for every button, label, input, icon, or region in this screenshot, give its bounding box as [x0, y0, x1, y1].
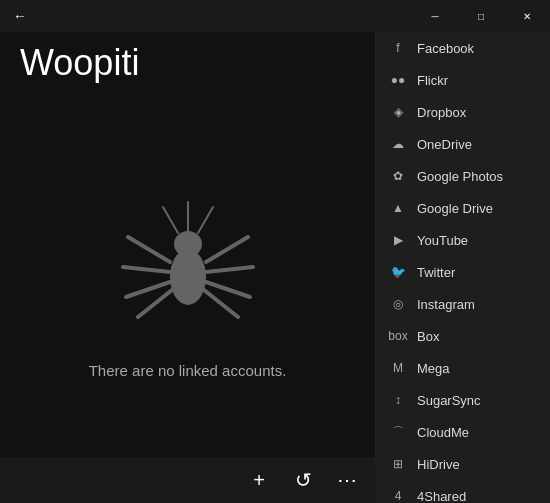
menu-item-google-photos[interactable]: ✿Google Photos	[375, 160, 550, 192]
spider-area: There are no linked accounts.	[0, 104, 375, 457]
box-label: Box	[417, 329, 439, 344]
menu-item-4shared[interactable]: 44Shared	[375, 480, 550, 503]
hidrive-label: HiDrive	[417, 457, 460, 472]
add-icon: +	[253, 469, 265, 492]
mega-label: Mega	[417, 361, 450, 376]
title-bar: ← ─ □ ✕	[0, 0, 550, 32]
back-icon: ←	[13, 8, 27, 24]
cloudme-icon: ⌒	[387, 421, 409, 443]
more-button[interactable]: ⋯	[327, 460, 367, 500]
svg-point-1	[174, 231, 202, 257]
svg-line-3	[123, 267, 170, 272]
menu-item-cloudme[interactable]: ⌒CloudMe	[375, 416, 550, 448]
dropbox-label: Dropbox	[417, 105, 466, 120]
back-button[interactable]: ←	[0, 0, 40, 32]
box-icon: box	[387, 325, 409, 347]
menu-item-flickr[interactable]: ●●Flickr	[375, 64, 550, 96]
svg-line-6	[206, 237, 248, 262]
refresh-icon: ↺	[295, 468, 312, 492]
4shared-label: 4Shared	[417, 489, 466, 504]
svg-line-12	[198, 207, 213, 233]
more-icon: ⋯	[337, 468, 357, 492]
minimize-button[interactable]: ─	[412, 0, 458, 32]
refresh-button[interactable]: ↺	[283, 460, 323, 500]
close-button[interactable]: ✕	[504, 0, 550, 32]
side-panel: fFacebook●●Flickr◈Dropbox☁OneDrive✿Googl…	[375, 32, 550, 503]
menu-item-mega[interactable]: MMega	[375, 352, 550, 384]
dropbox-icon: ◈	[387, 101, 409, 123]
google-photos-icon: ✿	[387, 165, 409, 187]
svg-line-5	[138, 290, 172, 317]
close-icon: ✕	[523, 11, 531, 22]
menu-item-facebook[interactable]: fFacebook	[375, 32, 550, 64]
facebook-icon: f	[387, 37, 409, 59]
4shared-icon: 4	[387, 485, 409, 503]
minimize-icon: ─	[431, 11, 438, 22]
menu-item-box[interactable]: boxBox	[375, 320, 550, 352]
twitter-icon: 🐦	[387, 261, 409, 283]
window-controls: ─ □ ✕	[412, 0, 550, 32]
onedrive-icon: ☁	[387, 133, 409, 155]
main-area: Woopiti There are no linked accounts.	[0, 32, 375, 457]
youtube-icon: ▶	[387, 229, 409, 251]
menu-item-instagram[interactable]: ◎Instagram	[375, 288, 550, 320]
instagram-label: Instagram	[417, 297, 475, 312]
onedrive-label: OneDrive	[417, 137, 472, 152]
svg-line-2	[128, 237, 170, 262]
bottom-toolbar: + ↺ ⋯	[0, 457, 375, 503]
menu-item-hidrive[interactable]: ⊞HiDrive	[375, 448, 550, 480]
sugarsync-label: SugarSync	[417, 393, 481, 408]
app-title: Woopiti	[0, 42, 139, 84]
twitter-label: Twitter	[417, 265, 455, 280]
svg-line-9	[204, 290, 238, 317]
google-drive-icon: ▲	[387, 197, 409, 219]
flickr-label: Flickr	[417, 73, 448, 88]
menu-item-dropbox[interactable]: ◈Dropbox	[375, 96, 550, 128]
restore-icon: □	[478, 11, 484, 22]
menu-item-google-drive[interactable]: ▲Google Drive	[375, 192, 550, 224]
facebook-label: Facebook	[417, 41, 474, 56]
youtube-label: YouTube	[417, 233, 468, 248]
sugarsync-icon: ↕	[387, 389, 409, 411]
instagram-icon: ◎	[387, 293, 409, 315]
menu-item-twitter[interactable]: 🐦Twitter	[375, 256, 550, 288]
mega-icon: M	[387, 357, 409, 379]
flickr-icon: ●●	[387, 69, 409, 91]
menu-item-sugarsync[interactable]: ↕SugarSync	[375, 384, 550, 416]
svg-line-11	[163, 207, 178, 233]
menu-item-youtube[interactable]: ▶YouTube	[375, 224, 550, 256]
no-accounts-text: There are no linked accounts.	[89, 362, 287, 379]
restore-button[interactable]: □	[458, 0, 504, 32]
google-photos-label: Google Photos	[417, 169, 503, 184]
menu-item-onedrive[interactable]: ☁OneDrive	[375, 128, 550, 160]
svg-line-7	[206, 267, 253, 272]
spider-icon	[108, 182, 268, 342]
svg-point-0	[170, 249, 206, 305]
hidrive-icon: ⊞	[387, 453, 409, 475]
google-drive-label: Google Drive	[417, 201, 493, 216]
add-button[interactable]: +	[239, 460, 279, 500]
cloudme-label: CloudMe	[417, 425, 469, 440]
